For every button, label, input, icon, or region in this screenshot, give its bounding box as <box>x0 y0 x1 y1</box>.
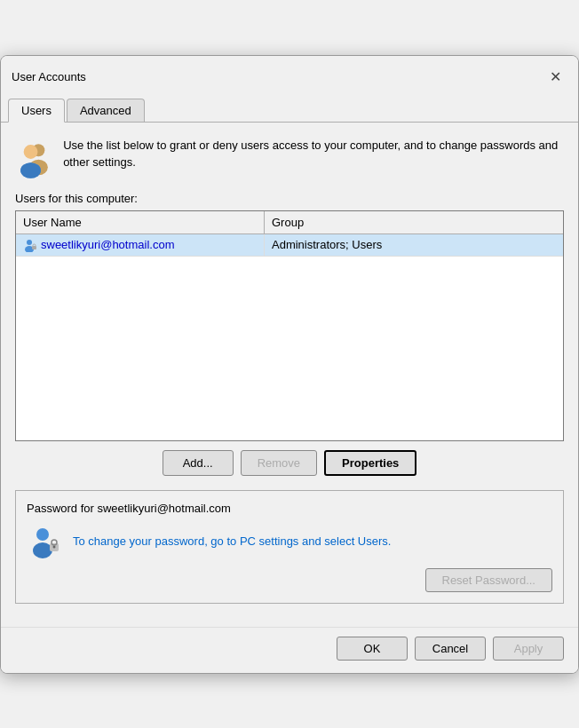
password-info: To change your password, go to PC settin… <box>27 524 552 559</box>
svg-rect-8 <box>33 244 36 247</box>
user-action-buttons: Add... Remove Properties <box>15 450 564 476</box>
cancel-button[interactable]: Cancel <box>415 637 486 661</box>
users-section-label: Users for this computer: <box>15 192 564 205</box>
remove-button[interactable]: Remove <box>241 450 317 476</box>
table-header: User Name Group <box>16 211 563 234</box>
close-button[interactable]: ✕ <box>543 65 567 90</box>
reset-btn-row: Reset Password... <box>27 568 552 592</box>
tab-advanced[interactable]: Advanced <box>67 99 145 122</box>
main-content: Use the list below to grant or deny user… <box>1 123 578 627</box>
properties-button[interactable]: Properties <box>324 450 416 476</box>
user-table-container: User Name Group sweetlikyuri@hotmail.com… <box>15 210 564 441</box>
reset-password-button[interactable]: Reset Password... <box>425 568 553 592</box>
title-bar: User Accounts ✕ <box>1 56 578 90</box>
password-section: Password for sweetlikyuri@hotmail.com To… <box>15 490 564 604</box>
window-title: User Accounts <box>12 70 86 83</box>
apply-button[interactable]: Apply <box>493 637 564 661</box>
svg-point-5 <box>27 240 32 245</box>
info-text: Use the list below to grant or deny user… <box>63 137 564 171</box>
users-icon <box>15 137 52 179</box>
table-row[interactable]: sweetlikyuri@hotmail.com Administrators;… <box>16 234 563 257</box>
svg-point-2 <box>24 145 38 159</box>
password-text: To change your password, go to PC settin… <box>73 533 391 550</box>
cell-group: Administrators; Users <box>265 234 563 256</box>
cell-username: sweetlikyuri@hotmail.com <box>16 234 265 256</box>
add-button[interactable]: Add... <box>163 450 234 476</box>
svg-point-4 <box>20 162 41 178</box>
footer: OK Cancel Apply <box>1 627 578 673</box>
svg-point-13 <box>53 545 56 548</box>
column-header-username: User Name <box>16 211 265 233</box>
ok-button[interactable]: OK <box>337 637 408 661</box>
svg-point-10 <box>33 542 52 558</box>
user-lock-icon <box>23 238 37 252</box>
svg-point-9 <box>36 528 49 541</box>
user-accounts-window: User Accounts ✕ Users Advanced Use <box>0 55 579 674</box>
tab-bar: Users Advanced <box>1 91 578 123</box>
info-box: Use the list below to grant or deny user… <box>15 137 564 179</box>
lock-user-icon <box>27 524 62 559</box>
password-title: Password for sweetlikyuri@hotmail.com <box>27 502 552 515</box>
tab-users[interactable]: Users <box>8 99 65 123</box>
column-header-group: Group <box>265 211 563 233</box>
